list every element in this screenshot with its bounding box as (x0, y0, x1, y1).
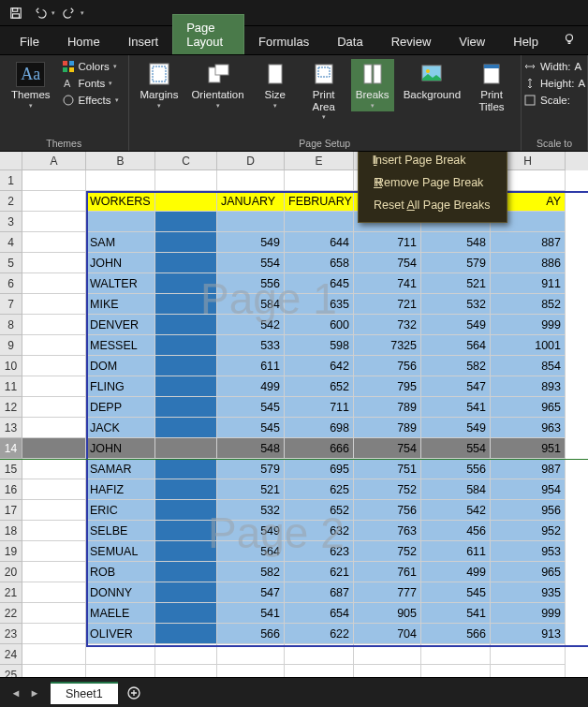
row-header[interactable]: 20 (0, 562, 22, 582)
cell[interactable]: HAFIZ (86, 479, 155, 500)
cell[interactable]: 548 (217, 438, 285, 459)
cell[interactable]: 953 (491, 541, 566, 562)
cell[interactable]: 545 (217, 397, 285, 418)
print-area-button[interactable]: Print Area ▾ (302, 59, 345, 123)
cell[interactable] (285, 665, 354, 677)
cell[interactable]: 542 (217, 315, 285, 335)
cell[interactable] (491, 665, 566, 677)
cell[interactable]: 564 (421, 335, 491, 356)
row-header[interactable]: 1 (0, 170, 22, 191)
cell[interactable] (22, 665, 86, 677)
tab-data[interactable]: Data (323, 28, 376, 54)
cell[interactable]: FLING (86, 376, 155, 397)
cell[interactable]: OLIVER (86, 624, 155, 644)
cell[interactable]: 763 (354, 521, 421, 541)
cell[interactable]: 611 (217, 356, 285, 376)
tab-file[interactable]: File (6, 28, 53, 54)
cell[interactable]: 652 (285, 376, 354, 397)
cell[interactable] (217, 665, 285, 677)
fonts-button[interactable]: A Fonts ▾ (60, 76, 121, 91)
cell[interactable]: 532 (421, 294, 491, 315)
cell[interactable]: 741 (354, 273, 421, 294)
cell[interactable]: 541 (421, 397, 491, 418)
cell[interactable] (22, 335, 86, 356)
cell[interactable]: 521 (217, 479, 285, 500)
cell[interactable] (155, 294, 217, 315)
cell[interactable] (22, 438, 86, 459)
menu-insert-page-break[interactable]: IInsert Page Break (360, 152, 505, 171)
background-button[interactable]: Background (400, 59, 464, 103)
cell[interactable]: 913 (491, 624, 566, 644)
undo-dropdown-icon[interactable]: ▾ (51, 9, 55, 17)
sheet-tab-sheet1[interactable]: Sheet1 (51, 682, 118, 704)
width-control[interactable]: Width: A (522, 59, 587, 74)
sheet-nav-next[interactable]: ► (26, 685, 43, 701)
margins-button[interactable]: Margins ▾ (137, 59, 183, 111)
cell[interactable] (22, 521, 86, 541)
row-header[interactable]: 25 (0, 665, 22, 677)
row-header[interactable]: 3 (0, 212, 22, 232)
cell[interactable]: 521 (421, 273, 491, 294)
cell[interactable] (155, 232, 217, 253)
orientation-button[interactable]: Orientation ▾ (187, 59, 247, 111)
cell[interactable]: 625 (285, 479, 354, 500)
redo-button[interactable] (59, 3, 80, 23)
cell[interactable] (22, 459, 86, 479)
cell[interactable]: 854 (491, 356, 566, 376)
menu-reset-all-page-breaks[interactable]: Reset All Page Breaks (360, 194, 505, 216)
cell[interactable]: 732 (354, 315, 421, 335)
cell[interactable]: 564 (217, 541, 285, 562)
col-header-E[interactable]: E (285, 152, 354, 170)
cell[interactable]: 549 (421, 315, 491, 335)
cell[interactable]: 704 (354, 624, 421, 644)
cell[interactable]: DEPP (86, 397, 155, 418)
cell[interactable]: 935 (491, 582, 566, 603)
cell[interactable]: 999 (491, 603, 566, 624)
qat-customize-icon[interactable]: ▾ (81, 9, 84, 17)
cell[interactable]: 645 (285, 273, 354, 294)
cell[interactable]: 623 (285, 541, 354, 562)
cell[interactable]: JANUARY (217, 191, 285, 212)
themes-button[interactable]: Aa Themes ▾ (7, 59, 54, 111)
cell[interactable]: 532 (217, 500, 285, 521)
cell[interactable] (155, 253, 217, 273)
colors-button[interactable]: Colors ▾ (60, 59, 121, 74)
cell[interactable]: 658 (285, 253, 354, 273)
cell[interactable] (155, 603, 217, 624)
cell[interactable]: 752 (354, 541, 421, 562)
cell[interactable]: 756 (354, 500, 421, 521)
row-header[interactable]: 15 (0, 459, 22, 479)
cell[interactable]: JOHN (86, 253, 155, 273)
cell[interactable] (155, 521, 217, 541)
cell[interactable] (86, 170, 155, 191)
cell[interactable] (421, 665, 491, 677)
cell[interactable]: 911 (491, 273, 566, 294)
cell[interactable]: 7325 (354, 335, 421, 356)
worksheet-area[interactable]: Page 1 Page 2 ABCDEFGH 12WORKERSJANUARYF… (0, 152, 588, 677)
col-header-C[interactable]: C (155, 152, 217, 170)
row-header[interactable]: 12 (0, 397, 22, 418)
cell[interactable]: 751 (354, 459, 421, 479)
cell[interactable]: JACK (86, 418, 155, 438)
cell[interactable]: 965 (491, 562, 566, 582)
cell[interactable]: ERIC (86, 500, 155, 521)
cell[interactable]: 752 (354, 479, 421, 500)
cell[interactable]: 554 (421, 438, 491, 459)
cell[interactable] (22, 479, 86, 500)
cell[interactable] (421, 644, 491, 665)
cell[interactable] (155, 562, 217, 582)
cell[interactable] (155, 541, 217, 562)
cell[interactable] (22, 376, 86, 397)
cell[interactable] (155, 624, 217, 644)
row-header[interactable]: 18 (0, 521, 22, 541)
cell[interactable] (22, 418, 86, 438)
cell[interactable]: 711 (285, 397, 354, 418)
cell[interactable]: 1001 (491, 335, 566, 356)
tab-home[interactable]: Home (53, 28, 114, 54)
row-header[interactable]: 9 (0, 335, 22, 356)
cell[interactable] (155, 315, 217, 335)
cell[interactable]: 566 (421, 624, 491, 644)
cell[interactable]: 542 (421, 500, 491, 521)
cell[interactable] (155, 212, 217, 232)
cell[interactable]: 549 (421, 418, 491, 438)
